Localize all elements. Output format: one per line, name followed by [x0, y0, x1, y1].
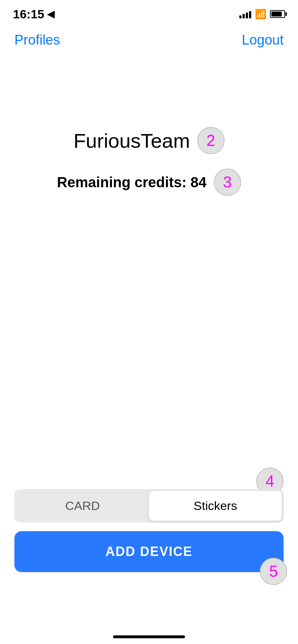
badge-5: 5: [260, 558, 287, 585]
nav-bar: Profiles Logout: [0, 25, 298, 55]
wifi-icon: 📶: [255, 9, 266, 20]
time-label: 16:15: [13, 7, 44, 21]
location-icon: ◀: [47, 9, 54, 20]
add-device-container: ADD DEVICE 5: [14, 531, 284, 572]
add-device-button[interactable]: ADD DEVICE: [14, 531, 284, 572]
segment-card[interactable]: CARD: [16, 491, 149, 521]
signal-icon: [239, 10, 251, 18]
profiles-button[interactable]: Profiles: [14, 32, 60, 48]
team-name-row: FuriousTeam 2: [73, 127, 225, 154]
segment-stickers[interactable]: Stickers: [149, 491, 282, 521]
segmented-control: CARD Stickers: [14, 489, 284, 523]
main-content: FuriousTeam 2 Remaining credits: 84 3: [0, 127, 298, 196]
bottom-section: 4 CARD Stickers ADD DEVICE 5: [0, 489, 298, 572]
badge-2: 2: [197, 127, 225, 154]
badge-3: 3: [214, 169, 241, 196]
team-name-label: FuriousTeam: [73, 129, 190, 152]
status-icons: 📶: [239, 9, 285, 20]
credits-label: Remaining credits: 84: [57, 174, 207, 190]
status-time: 16:15 ◀: [13, 7, 54, 21]
status-bar: 16:15 ◀ 📶: [0, 0, 298, 22]
credits-row: Remaining credits: 84 3: [57, 169, 241, 196]
home-indicator: [113, 635, 185, 638]
logout-button[interactable]: Logout: [242, 32, 284, 48]
battery-icon: [270, 10, 285, 18]
